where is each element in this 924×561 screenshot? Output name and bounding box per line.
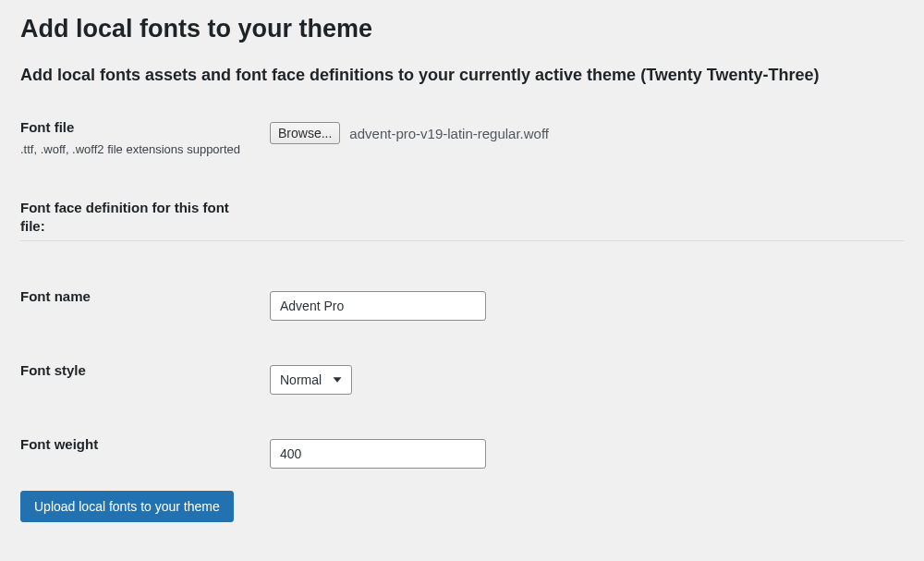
font-style-label: Font style (20, 361, 251, 380)
font-style-select[interactable]: Normal (270, 365, 352, 395)
font-style-value: Normal (280, 372, 322, 387)
chevron-down-icon (329, 372, 346, 388)
page-subtitle: Add local fonts assets and font face def… (20, 66, 904, 85)
font-style-row: Font style Normal (20, 361, 904, 395)
font-file-description: .ttf, .woff, .woff2 file extensions supp… (20, 140, 251, 159)
upload-fonts-button[interactable]: Upload local fonts to your theme (20, 491, 234, 522)
font-file-label: Font file (20, 118, 251, 137)
browse-button[interactable]: Browse... (270, 122, 340, 144)
font-file-row: Font file .ttf, .woff, .woff2 file exten… (20, 118, 904, 158)
selected-file-name: advent-pro-v19-latin-regular.woff (349, 126, 549, 141)
font-weight-row: Font weight (20, 435, 904, 469)
font-face-definition-header-row: Font face definition for this font file: (20, 199, 904, 241)
font-name-label: Font name (20, 287, 251, 306)
font-weight-label: Font weight (20, 435, 251, 454)
page-title: Add local fonts to your theme (20, 15, 904, 43)
font-face-definition-label: Font face definition for this font file: (20, 199, 251, 235)
font-name-row: Font name (20, 287, 904, 321)
font-name-input[interactable] (270, 291, 486, 321)
font-weight-input[interactable] (270, 439, 486, 469)
